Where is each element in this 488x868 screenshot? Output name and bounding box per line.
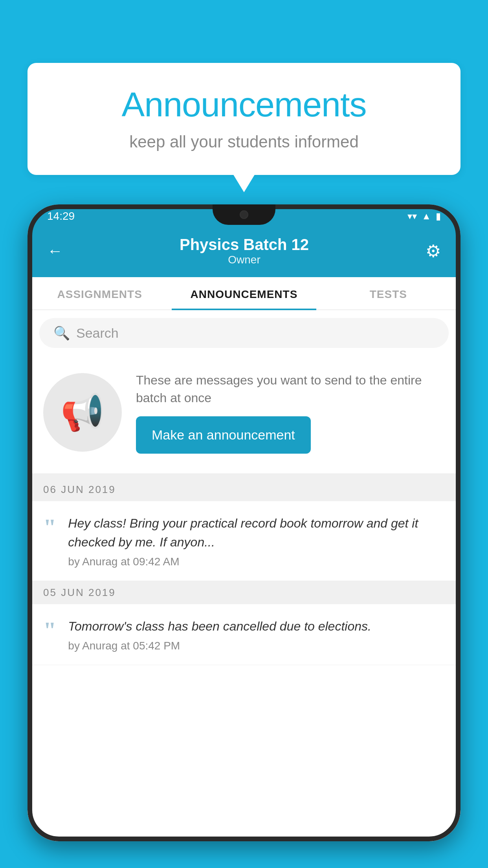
tabs-bar: ASSIGNMENTS ANNOUNCEMENTS TESTS [28, 277, 460, 310]
status-icons: ▾▾ ▲ ▮ [407, 211, 441, 222]
search-container: 🔍 Search [28, 310, 460, 356]
announcement-right: These are messages you want to send to t… [136, 371, 445, 454]
signal-icon: ▲ [422, 211, 431, 222]
make-announcement-button[interactable]: Make an announcement [136, 416, 311, 454]
announcement-text-2: Tomorrow's class has been cancelled due … [68, 617, 445, 636]
back-button[interactable]: ← [47, 242, 63, 260]
search-bar[interactable]: 🔍 Search [39, 318, 449, 348]
quote-icon-1: " [43, 515, 56, 539]
settings-icon[interactable]: ⚙ [426, 241, 441, 261]
quote-icon-2: " [43, 618, 56, 642]
notch [213, 204, 275, 225]
header-center: Physics Batch 12 Owner [180, 236, 309, 266]
front-camera [240, 210, 248, 219]
tab-assignments[interactable]: ASSIGNMENTS [28, 277, 172, 309]
phone-screen: 14:29 ▾▾ ▲ ▮ ← Physics Batch 12 Owner ⚙ … [28, 204, 460, 841]
phone-container: 14:29 ▾▾ ▲ ▮ ← Physics Batch 12 Owner ⚙ … [28, 204, 460, 868]
phone-frame: 14:29 ▾▾ ▲ ▮ ← Physics Batch 12 Owner ⚙ … [28, 204, 460, 841]
tab-announcements[interactable]: ANNOUNCEMENTS [172, 277, 316, 309]
megaphone-circle: 📢 [43, 373, 122, 452]
announcement-text-1: Hey class! Bring your practical record b… [68, 514, 445, 552]
announcement-item-1[interactable]: " Hey class! Bring your practical record… [28, 501, 460, 581]
header-title: Physics Batch 12 [180, 236, 309, 254]
search-icon: 🔍 [53, 325, 70, 341]
announcement-meta-2: by Anurag at 05:42 PM [68, 640, 445, 652]
date-divider-2: 05 JUN 2019 [28, 581, 460, 604]
header-subtitle: Owner [180, 254, 309, 266]
announcement-intro: 📢 These are messages you want to send to… [28, 356, 460, 478]
announcement-item-2[interactable]: " Tomorrow's class has been cancelled du… [28, 604, 460, 665]
announcement-description: These are messages you want to send to t… [136, 371, 445, 407]
search-input[interactable]: Search [76, 326, 119, 341]
app-header: ← Physics Batch 12 Owner ⚙ [28, 228, 460, 277]
speech-bubble-container: Announcements keep all your students inf… [28, 63, 460, 175]
announcement-content-1: Hey class! Bring your practical record b… [68, 514, 445, 568]
wifi-icon: ▾▾ [407, 211, 417, 222]
bubble-subtitle: keep all your students informed [59, 132, 429, 151]
announcement-meta-1: by Anurag at 09:42 AM [68, 555, 445, 568]
status-time: 14:29 [47, 210, 75, 223]
speech-bubble: Announcements keep all your students inf… [28, 63, 460, 175]
date-divider-1: 06 JUN 2019 [28, 478, 460, 501]
announcement-content-2: Tomorrow's class has been cancelled due … [68, 617, 445, 652]
megaphone-icon: 📢 [61, 392, 105, 433]
bubble-title: Announcements [59, 85, 429, 125]
battery-icon: ▮ [436, 211, 441, 222]
tab-tests[interactable]: TESTS [316, 277, 460, 309]
